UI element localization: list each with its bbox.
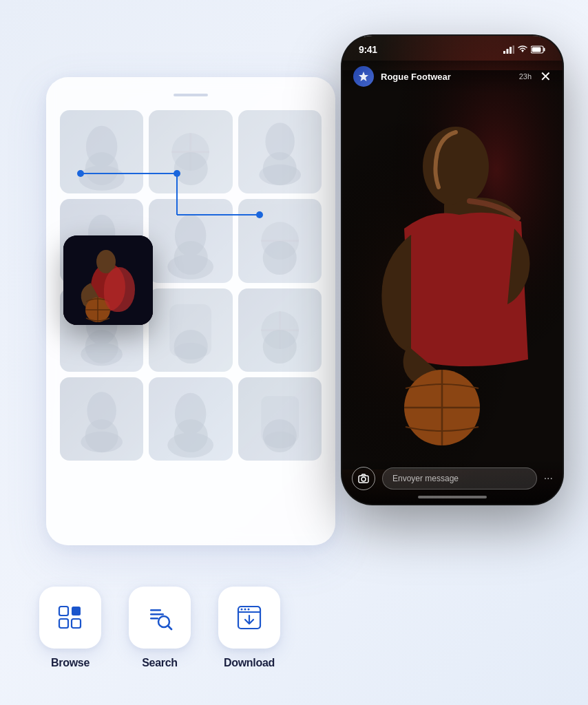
phone-screen: 9:41 (342, 36, 563, 504)
signal-icon (503, 45, 514, 54)
download-icon-item: Download (218, 587, 280, 669)
svg-rect-59 (72, 619, 81, 628)
svg-line-64 (168, 626, 171, 629)
message-input[interactable]: Envoyer message (382, 467, 537, 490)
svg-point-22 (175, 393, 206, 435)
story-time: 23h (519, 72, 532, 81)
photo-cell-12[interactable] (238, 377, 322, 461)
floating-photo-inner (63, 235, 153, 325)
svg-point-68 (241, 609, 243, 611)
download-icon (234, 602, 264, 633)
svg-rect-47 (503, 51, 505, 54)
svg-point-69 (244, 609, 246, 611)
svg-point-70 (248, 609, 250, 611)
svg-rect-62 (150, 618, 158, 620)
search-icon-box[interactable] (129, 587, 191, 649)
svg-rect-48 (507, 49, 509, 54)
download-label: Download (224, 657, 275, 669)
download-icon-box[interactable] (218, 587, 280, 649)
search-label: Search (142, 657, 178, 669)
svg-point-6 (259, 165, 301, 185)
svg-point-10 (168, 255, 214, 280)
svg-point-20 (87, 392, 116, 430)
photo-cell-9[interactable] (238, 288, 322, 372)
search-icon (145, 602, 175, 633)
browse-icon-box[interactable] (39, 587, 101, 649)
svg-point-25 (264, 432, 296, 448)
story-close-button[interactable]: ✕ (540, 70, 552, 83)
story-background (342, 36, 563, 504)
photo-cell-6[interactable] (238, 199, 322, 282)
photo-cell-1[interactable] (60, 110, 143, 193)
status-bar: 9:41 (342, 36, 563, 61)
story-username: Rogue Footwear (381, 72, 519, 82)
more-button[interactable]: ··· (544, 472, 553, 485)
svg-rect-61 (150, 613, 164, 615)
svg-rect-58 (72, 607, 81, 615)
floating-photo (63, 235, 153, 325)
battery-icon (531, 45, 546, 54)
svg-rect-52 (544, 48, 545, 52)
svg-point-34 (96, 250, 116, 273)
browse-icon-item: Browse (39, 587, 101, 669)
svg-rect-57 (59, 619, 68, 628)
tablet-handle (174, 94, 208, 96)
svg-point-16 (174, 343, 208, 359)
home-indicator (418, 496, 487, 498)
photo-cell-8[interactable] (149, 288, 232, 372)
photo-cell-11[interactable] (149, 377, 232, 461)
svg-point-0 (86, 126, 117, 168)
status-icons (503, 45, 546, 54)
svg-rect-53 (532, 48, 541, 52)
browse-label: Browse (51, 657, 90, 669)
story-header: Rogue Footwear 23h ✕ (342, 61, 563, 94)
photo-cell-10[interactable] (60, 377, 143, 461)
search-icon-item: Search (129, 587, 191, 669)
wifi-icon (518, 45, 527, 54)
svg-point-14 (81, 343, 123, 366)
svg-rect-15 (170, 304, 212, 356)
svg-rect-24 (261, 396, 299, 442)
svg-rect-50 (513, 45, 515, 54)
svg-point-5 (265, 123, 294, 160)
photo-cell-2[interactable] (149, 110, 232, 193)
svg-point-23 (168, 432, 214, 457)
svg-rect-60 (150, 609, 161, 611)
photo-cell-5[interactable] (149, 199, 232, 282)
camera-button[interactable] (352, 467, 375, 490)
story-avatar (353, 66, 374, 87)
scene: 9:41 (25, 22, 563, 683)
svg-point-1 (78, 165, 125, 190)
svg-rect-49 (510, 47, 512, 54)
photo-cell-3[interactable] (238, 110, 322, 193)
svg-point-9 (175, 215, 206, 257)
svg-point-21 (81, 432, 123, 452)
svg-point-55 (361, 477, 366, 481)
status-time: 9:41 (359, 44, 377, 55)
bottom-navigation: Browse Search (39, 587, 280, 669)
svg-point-41 (423, 127, 489, 207)
svg-rect-56 (59, 607, 68, 615)
browse-icon (55, 602, 85, 633)
